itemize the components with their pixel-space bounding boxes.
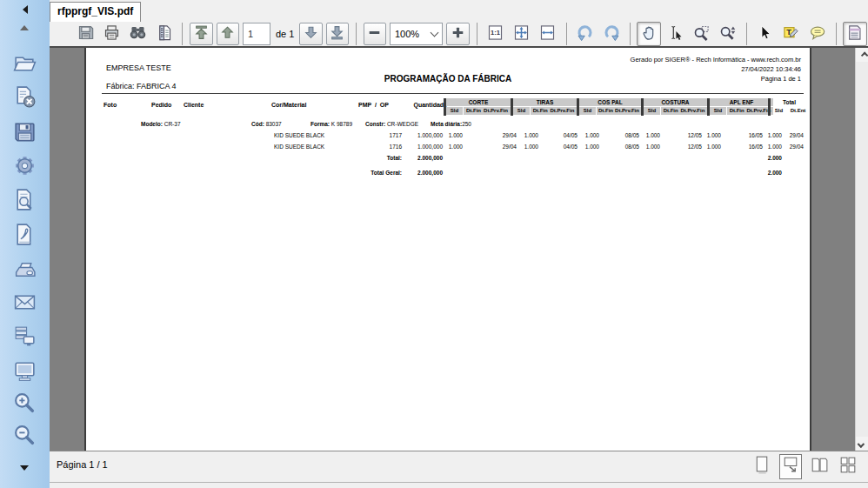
toolbar-separator xyxy=(746,23,747,45)
print-button[interactable] xyxy=(10,256,38,284)
display-button[interactable] xyxy=(10,358,38,386)
cod-field: Cód: 83037 xyxy=(251,121,282,127)
rotate-left-icon xyxy=(576,23,594,45)
export-remote-button[interactable] xyxy=(10,324,38,351)
open-file-button[interactable] xyxy=(10,50,38,78)
printer-icon xyxy=(103,23,121,45)
status-bar: Página 1 / 1 xyxy=(50,451,868,488)
report-meta: Gerado por SIGER® - Rech Informática - w… xyxy=(631,55,801,84)
row-corte-sld: 1.000 xyxy=(430,132,463,138)
select-text-button[interactable] xyxy=(663,22,687,46)
page-count-label: de 1 xyxy=(276,29,294,39)
page-layout-controls xyxy=(751,454,859,479)
scroll-up-arrow[interactable] xyxy=(856,48,868,62)
zoom-out-button[interactable] xyxy=(10,423,38,451)
zoom-level-select[interactable]: 100% xyxy=(390,23,443,45)
row-aplenf-sld: 1.000 xyxy=(688,144,721,150)
row-tiras-sld: 1.000 xyxy=(505,132,538,138)
settings-button[interactable] xyxy=(10,153,38,181)
search-binoculars-icon xyxy=(129,23,147,45)
page-info: Página 1 de 1 xyxy=(631,74,801,84)
document-tab[interactable]: rfpprgf_VIS.pdf xyxy=(50,2,141,22)
comment-button[interactable] xyxy=(805,22,830,46)
preview-button[interactable] xyxy=(10,187,38,215)
next-page-button[interactable] xyxy=(299,23,322,45)
row-corte-sld: 1.000 xyxy=(430,144,463,150)
text-note-icon: T xyxy=(782,23,800,45)
group-header-costura: COSTURA Sld Dt.FinDt.Prv.Fin xyxy=(644,98,707,116)
select-text-icon xyxy=(666,23,684,45)
col-header-quantidade: Quantidade xyxy=(382,102,447,108)
toolbar-separator xyxy=(477,23,477,45)
model-field: Modelo: CR-37 xyxy=(141,121,181,127)
col-header-pedido: Pedido xyxy=(151,102,171,108)
document-tab-label: rfpprgf_VIS.pdf xyxy=(57,5,133,17)
rotate-left-button[interactable] xyxy=(573,22,598,46)
last-page-button[interactable] xyxy=(326,23,349,45)
zoom-marquee-button[interactable] xyxy=(689,22,713,46)
pointer-tool-button[interactable] xyxy=(753,22,778,46)
hand-icon xyxy=(640,23,658,45)
document-canvas[interactable]: EMPRESA TESTE Fábrica: FABRICA 4 PROGRAM… xyxy=(50,48,868,451)
pages-panel-toggle-button[interactable] xyxy=(843,22,867,46)
row-material: KID SUEDE BLACK xyxy=(274,144,324,150)
save-icon xyxy=(12,119,37,148)
chevron-down-icon xyxy=(431,28,439,37)
zoom-dynamic-button[interactable] xyxy=(715,22,739,46)
header-rule xyxy=(102,93,804,94)
prev-page-button[interactable] xyxy=(217,23,239,45)
next-page-icon xyxy=(303,24,319,44)
panel-scroll-down-icon[interactable] xyxy=(20,465,29,471)
close-document-button[interactable] xyxy=(10,84,38,112)
zoom-in-button[interactable] xyxy=(446,23,469,45)
zoom-dynamic-icon xyxy=(718,23,737,45)
export-stack-icon xyxy=(12,324,37,352)
close-document-icon xyxy=(12,84,37,113)
scroll-down-arrow[interactable] xyxy=(856,437,868,451)
envelope-icon xyxy=(12,290,37,318)
page-number-input[interactable] xyxy=(243,23,270,45)
export-pdf-button[interactable] xyxy=(10,222,38,250)
grid-pages-view-button[interactable] xyxy=(837,454,859,479)
zoom-in-button[interactable] xyxy=(10,391,38,418)
zoom-out-button[interactable] xyxy=(364,23,386,45)
tab-bar: rfpprgf_VIS.pdf xyxy=(50,0,868,22)
first-page-button[interactable] xyxy=(190,23,212,45)
zoom-marquee-icon xyxy=(692,23,711,45)
plus-icon xyxy=(450,24,466,44)
email-button[interactable] xyxy=(10,290,38,318)
monitor-icon xyxy=(12,358,37,387)
fit-window-icon xyxy=(781,454,800,479)
save-document-button[interactable] xyxy=(10,119,38,147)
left-tool-panel xyxy=(0,0,50,488)
facing-pages-view-button[interactable] xyxy=(808,454,831,479)
minus-icon xyxy=(366,24,383,44)
zoom-out-icon xyxy=(12,423,37,451)
prev-page-icon xyxy=(219,24,236,44)
group-header-total: Total Sld Dt.Ent xyxy=(771,98,808,116)
single-page-view-button[interactable] xyxy=(751,454,773,479)
printer-icon xyxy=(12,256,37,284)
report-view-button[interactable] xyxy=(151,22,176,46)
panel-scroll-up-icon[interactable] xyxy=(20,25,29,30)
vertical-scrollbar[interactable] xyxy=(855,48,868,451)
total-qty: 2.000,000 xyxy=(386,155,443,161)
search-button[interactable] xyxy=(125,22,150,46)
fit-page-button[interactable] xyxy=(510,22,534,46)
status-page-label: Página 1 / 1 xyxy=(57,459,108,470)
toolbar-separator xyxy=(566,23,567,45)
row-cospal-sld: 1.000 xyxy=(566,144,599,150)
print-button[interactable] xyxy=(99,22,124,46)
actual-size-button[interactable]: 1:1 xyxy=(484,22,508,46)
fit-window-view-button[interactable] xyxy=(779,454,802,479)
collapse-panel-icon[interactable] xyxy=(23,5,28,14)
zoom-in-icon xyxy=(12,391,37,419)
row-tiras-sld: 1.000 xyxy=(505,144,538,150)
toolbar-separator xyxy=(182,23,183,45)
text-note-button[interactable]: T xyxy=(779,22,804,46)
rotate-right-button[interactable] xyxy=(599,22,624,46)
fit-page-icon xyxy=(512,23,531,45)
save-button[interactable] xyxy=(73,22,97,46)
fit-width-button[interactable] xyxy=(536,22,560,46)
hand-tool-button[interactable] xyxy=(637,22,661,46)
